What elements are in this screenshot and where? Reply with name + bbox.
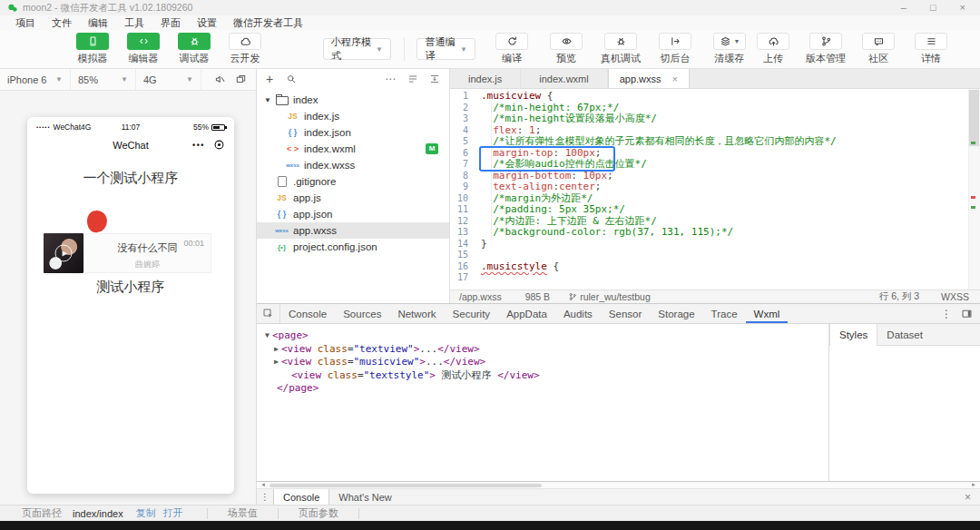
editor-scrollbar[interactable]	[968, 89, 980, 290]
menu-文件[interactable]: 文件	[44, 15, 80, 30]
language-mode[interactable]: WXSS	[941, 291, 969, 302]
scale-select[interactable]: 85% ▼	[71, 69, 136, 90]
toolbar-button-编辑器[interactable]: 编辑器	[122, 33, 165, 65]
menu-项目[interactable]: 项目	[7, 15, 44, 30]
devtools-tab-audits[interactable]: Audits	[555, 304, 601, 323]
play-button[interactable]	[55, 245, 73, 262]
menu-微信开发者工具[interactable]: 微信开发者工具	[225, 15, 311, 30]
file-item-index[interactable]: ▼index	[257, 92, 449, 108]
mode-select[interactable]: 小程序模式 ▼	[323, 38, 391, 60]
drawer-menu-icon[interactable]: ⋮	[257, 489, 273, 505]
add-file-icon[interactable]: +	[266, 73, 273, 85]
chevron-right-icon[interactable]: ▶	[271, 343, 281, 357]
copy-path-link[interactable]: 复制	[136, 506, 156, 520]
collapse-list-icon[interactable]	[407, 74, 418, 84]
devtools-tab-sources[interactable]: Sources	[335, 304, 389, 323]
editor-tab-index.wxml[interactable]: index.wxml	[521, 69, 607, 88]
drawer-close-icon[interactable]: ×	[965, 489, 980, 505]
toolbar-button-清缓存[interactable]: ▼清缓存	[708, 33, 751, 65]
wxml-node[interactable]: <view class="textstyle"> 测试小程序 </view>	[262, 369, 828, 383]
more-menu-icon[interactable]: •••	[192, 141, 205, 150]
file-item-app.js[interactable]: JSapp.js	[257, 190, 449, 206]
devtools-tab-wxml[interactable]: Wxml	[746, 304, 789, 323]
devtools-tab-appdata[interactable]: AppData	[498, 304, 555, 323]
toolbar-button-社区[interactable]: 社区	[857, 33, 900, 65]
wxml-node[interactable]: ▶<view class="musicview">...</view>	[262, 356, 828, 369]
toolbar-icon-box	[757, 33, 789, 50]
debugger-bug-icon	[189, 35, 201, 47]
float-window-icon[interactable]	[235, 74, 247, 85]
capsule-target-icon[interactable]	[213, 139, 225, 151]
wxml-node[interactable]: </page>	[262, 382, 828, 396]
menu-设置[interactable]: 设置	[189, 15, 225, 30]
devtools-tab-trace[interactable]: Trace	[703, 304, 746, 323]
scrollbar-thumb[interactable]	[270, 484, 542, 487]
audio-player[interactable]: 没有什么不同 曲婉婷 00:01	[44, 233, 211, 273]
compile-select[interactable]: 普通编译 ▼	[416, 38, 475, 60]
menu-界面[interactable]: 界面	[152, 15, 189, 30]
menu-编辑[interactable]: 编辑	[80, 15, 116, 30]
reveal-file-icon[interactable]	[429, 74, 440, 84]
wxml-tree[interactable]: ▼<page>▶<view class="textview">...</view…	[257, 324, 828, 481]
file-item-project.config.json[interactable]: {•}project.config.json	[257, 239, 449, 255]
editor-tab-app.wxss[interactable]: app.wxss×	[608, 69, 690, 88]
page-params-label[interactable]: 页面参数	[299, 506, 338, 520]
network-select[interactable]: 4G ▼	[136, 69, 201, 90]
file-item-app.wxss[interactable]: wxssapp.wxss	[257, 222, 449, 239]
devtools-tab-console[interactable]: Console	[280, 304, 335, 323]
open-path-link[interactable]: 打开	[163, 506, 183, 520]
minimize-button[interactable]: –	[901, 3, 906, 13]
toolbar-button-上传[interactable]: 上传	[751, 33, 795, 65]
toolbar-button-切后台[interactable]: 切后台	[653, 33, 697, 65]
chevron-right-icon[interactable]: ▶	[271, 356, 281, 369]
file-item-index.js[interactable]: JSindex.js	[257, 108, 449, 124]
dock-side-icon[interactable]	[961, 308, 973, 319]
toolbar-button-调试器[interactable]: 调试器	[172, 33, 216, 65]
file-item-.gitignore[interactable]: .gitignore	[257, 173, 449, 190]
more-options-icon[interactable]: ⋯	[385, 73, 397, 85]
toolbar-button-详情[interactable]: 详情	[909, 33, 953, 65]
maximize-button[interactable]: □	[930, 3, 936, 13]
toolbar-button-编译[interactable]: 编译	[490, 33, 534, 65]
toolbar-button-模拟器[interactable]: 模拟器	[71, 33, 114, 65]
scene-value-label[interactable]: 场景值	[228, 506, 258, 520]
toolbar-button-版本管理[interactable]: 版本管理	[804, 33, 848, 65]
toolbar-button-真机调试[interactable]: 真机调试	[599, 33, 642, 65]
inspect-element-button[interactable]	[257, 304, 280, 323]
sidebar-tab-styles[interactable]: Styles	[829, 324, 877, 346]
search-icon[interactable]	[286, 74, 297, 84]
sidebar-tab-dataset[interactable]: Dataset	[877, 324, 932, 345]
horizontal-scrollbar[interactable]: ◄ ►	[257, 482, 980, 489]
speaker-mute-icon[interactable]	[214, 74, 226, 85]
toolbar-button-云开发[interactable]: 云开发	[223, 33, 267, 65]
devtools-tab-network[interactable]: Network	[389, 304, 444, 323]
toolbar-button-预览[interactable]: 预览	[544, 33, 588, 65]
scroll-left-icon[interactable]: ◄	[260, 482, 266, 488]
editor-tab-index.js[interactable]: index.js	[450, 69, 521, 88]
devtools-tab-security[interactable]: Security	[445, 304, 499, 323]
devtools-more-icon[interactable]: ⋮	[941, 308, 952, 320]
file-item-index.wxss[interactable]: wxssindex.wxss	[257, 157, 449, 173]
wxml-node[interactable]: ▼<page>	[262, 329, 828, 343]
file-item-index.wxml[interactable]: < >index.wxmlM	[257, 141, 449, 157]
tab-label: index.js	[468, 74, 502, 84]
drawer-tab-console[interactable]: Console	[273, 489, 329, 505]
devtools-tab-storage[interactable]: Storage	[650, 304, 702, 323]
editor-code-area[interactable]: 1.musicview {2 /*min-height: 67px;*/3 /*…	[450, 89, 980, 290]
close-button[interactable]: ×	[960, 3, 965, 13]
git-branch-label[interactable]: ruler_wu/testbug	[580, 291, 651, 302]
wxml-node[interactable]: ▶<view class="textview">...</view>	[262, 343, 828, 357]
devtools-tab-sensor[interactable]: Sensor	[601, 304, 650, 323]
close-icon[interactable]: ×	[672, 74, 678, 84]
scrollbar-thumb[interactable]	[969, 90, 979, 146]
toolbar-icon-box	[550, 33, 583, 50]
drawer-tab-what-s-new[interactable]: What's New	[329, 489, 400, 505]
menu-工具[interactable]: 工具	[116, 15, 152, 30]
file-item-app.json[interactable]: { }app.json	[257, 206, 449, 222]
device-select[interactable]: iPhone 6 ▼	[0, 69, 71, 90]
chevron-down-icon[interactable]: ▼	[262, 329, 272, 343]
wxss-icon: wxss	[284, 160, 301, 172]
folder-open-icon	[273, 94, 290, 106]
scroll-right-icon[interactable]: ►	[971, 482, 976, 488]
file-item-index.json[interactable]: { }index.json	[257, 124, 449, 141]
